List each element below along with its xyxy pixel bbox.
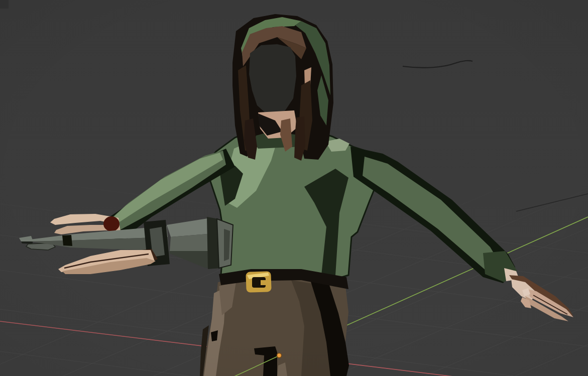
viewport-canvas[interactable] xyxy=(0,0,588,376)
viewport-3d[interactable] xyxy=(0,0,588,376)
vignette xyxy=(0,0,588,376)
